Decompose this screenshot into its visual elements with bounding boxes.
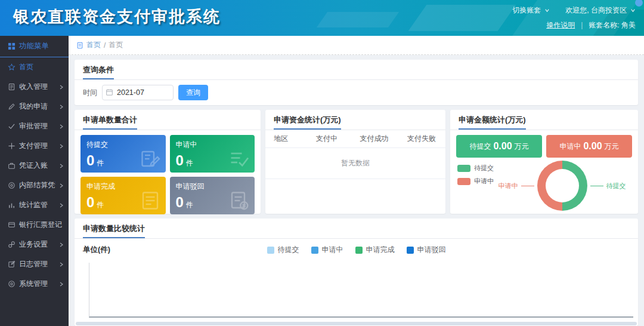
column-header: 地区 <box>265 134 303 144</box>
app-header: 银农直联资金支付审批系统 切换账套 欢迎您, 台商投资区 操作说明 | 账套名称… <box>0 0 644 36</box>
legend-item-in-progress[interactable]: 申请中 <box>311 245 343 255</box>
sidebar-item-statistics[interactable]: 统计监管 <box>0 195 69 215</box>
header-decor-shape <box>408 5 516 31</box>
gear-icon <box>8 280 16 288</box>
table-empty-text: 暂无数据 <box>265 148 445 179</box>
chevron-down-icon <box>630 8 636 13</box>
briefcase-icon <box>8 162 16 170</box>
badge-in-progress: 申请中0.00万元 <box>546 135 632 158</box>
grid-icon <box>8 42 16 50</box>
chevron-right-icon <box>59 203 64 208</box>
switch-account-link[interactable]: 切换账套 <box>512 5 541 16</box>
chevron-right-icon <box>59 164 64 168</box>
stat-card-completed: 申请完成 0件 <box>80 177 166 214</box>
legend-item-pending[interactable]: 待提交 <box>457 164 494 173</box>
legend-swatch <box>407 247 414 254</box>
donut-right-label: 待提交 <box>606 182 626 190</box>
sidebar-item-home[interactable]: 首页 <box>0 57 69 77</box>
horizontal-scrollbar[interactable] <box>76 322 637 325</box>
legend-swatch <box>457 178 470 185</box>
document-lines-icon <box>140 190 161 211</box>
chevron-right-icon <box>59 85 64 90</box>
calendar-icon <box>106 88 113 96</box>
table-header-row: 地区 支付中 支付成功 支付失败 <box>265 130 445 148</box>
legend-item-progress[interactable]: 申请中 <box>457 177 494 186</box>
legend-item-completed[interactable]: 申请完成 <box>355 245 395 255</box>
edit-document-icon <box>140 148 161 170</box>
search-button[interactable]: 查询 <box>178 85 208 100</box>
account-name-label: 账套名称: 角美 <box>589 20 636 30</box>
bar-chart-plot-area <box>89 263 633 318</box>
legend-swatch <box>457 165 470 172</box>
chevron-right-icon <box>59 144 64 149</box>
edit-square-icon <box>8 260 16 268</box>
welcome-account-link[interactable]: 欢迎您, 台商投资区 <box>565 5 627 16</box>
summary-panel: 申请单数量合计 待提交 0件 申请中 0件 申请 <box>75 110 261 214</box>
amount-stats-title: 申请金额统计(万元) <box>450 110 638 130</box>
sidebar-menu-title[interactable]: 功能菜单 <box>0 36 69 57</box>
legend-item-rejected[interactable]: 申请驳回 <box>407 245 446 255</box>
card-icon <box>8 221 16 229</box>
legend-swatch <box>311 247 318 254</box>
donut-label-line <box>590 186 603 186</box>
amount-stats-panel: 申请金额统计(万元) 待提交0.00万元 申请中0.00万元 待提交 申请中 <box>450 110 638 214</box>
chevron-right-icon <box>59 124 64 129</box>
stat-card-in-progress: 申请中 0件 <box>170 135 255 173</box>
sidebar-item-logs[interactable]: 日志管理 <box>0 254 69 274</box>
sidebar-item-payment[interactable]: 支付管理 <box>0 136 69 156</box>
chevron-right-icon <box>59 282 64 287</box>
plus-icon <box>8 142 16 150</box>
page-icon <box>76 42 83 49</box>
list-check-icon <box>228 148 250 170</box>
legend-swatch <box>355 247 363 254</box>
check-icon <box>8 122 16 130</box>
column-header: 支付中 <box>303 134 350 144</box>
bar-chart-icon <box>8 201 16 209</box>
fund-stats-title: 申请资金统计(万元) <box>265 110 445 130</box>
breadcrumb-current: 首页 <box>109 40 123 50</box>
link-icon <box>8 241 16 248</box>
document-icon <box>8 83 16 91</box>
breadcrumb: 首页 / 首页 <box>69 36 644 55</box>
chevron-right-icon <box>59 183 64 188</box>
chevron-right-icon <box>59 104 64 109</box>
gear-icon <box>8 182 16 189</box>
sidebar-item-bank-draft[interactable]: 银行汇票登记 <box>0 215 69 235</box>
sidebar-item-business-settings[interactable]: 业务设置 <box>0 235 69 254</box>
comparison-panel: 申请数量比较统计 单位(件) 待提交 申请中 申请完成 申请驳回 <box>75 219 638 326</box>
chevron-right-icon <box>59 242 64 247</box>
sidebar-item-income[interactable]: 收入管理 <box>0 77 69 97</box>
sidebar: 功能菜单 首页 收入管理 我的申请 审批管理 支付管理 <box>0 36 69 326</box>
donut-label-line <box>521 186 534 186</box>
sidebar-item-system[interactable]: 系统管理 <box>0 274 69 294</box>
header-decor-shape <box>317 12 399 27</box>
badge-pending-submit: 待提交0.00万元 <box>456 135 542 158</box>
sidebar-item-voucher-entry[interactable]: 凭证入账 <box>0 156 69 176</box>
query-panel-title: 查询条件 <box>75 60 638 80</box>
query-panel: 查询条件 时间 查询 <box>75 60 638 105</box>
legend-swatch <box>267 247 274 254</box>
header-divider: | <box>581 21 583 29</box>
chevron-right-icon <box>59 262 64 267</box>
fund-stats-panel: 申请资金统计(万元) 地区 支付中 支付成功 支付失败 暂无数据 <box>265 110 445 214</box>
donut-legend: 待提交 申请中 <box>457 164 494 186</box>
summary-panel-title: 申请单数量合计 <box>75 110 261 130</box>
notification-dot[interactable] <box>635 0 643 7</box>
time-label: 时间 <box>83 88 97 98</box>
breadcrumb-separator: / <box>104 41 106 50</box>
sidebar-item-internal-settlement[interactable]: 内部结算凭证 <box>0 176 69 195</box>
donut-chart-area: 待提交 申请中 申请中 待提交 <box>450 158 638 214</box>
legend-item-pending-submit[interactable]: 待提交 <box>267 245 299 255</box>
donut-left-label: 申请中 <box>499 182 518 190</box>
donut-chart[interactable] <box>537 161 587 211</box>
chevron-down-icon <box>544 8 550 13</box>
operation-guide-link[interactable]: 操作说明 <box>546 20 575 30</box>
app-title: 银农直联资金支付审批系统 <box>13 0 221 33</box>
star-icon <box>8 63 16 71</box>
column-header: 支付失败 <box>398 134 445 144</box>
pencil-icon <box>8 103 16 110</box>
sidebar-item-approval[interactable]: 审批管理 <box>0 116 69 136</box>
breadcrumb-home-link[interactable]: 首页 <box>86 40 101 50</box>
sidebar-item-my-applications[interactable]: 我的申请 <box>0 97 69 116</box>
column-header: 支付成功 <box>351 134 398 144</box>
